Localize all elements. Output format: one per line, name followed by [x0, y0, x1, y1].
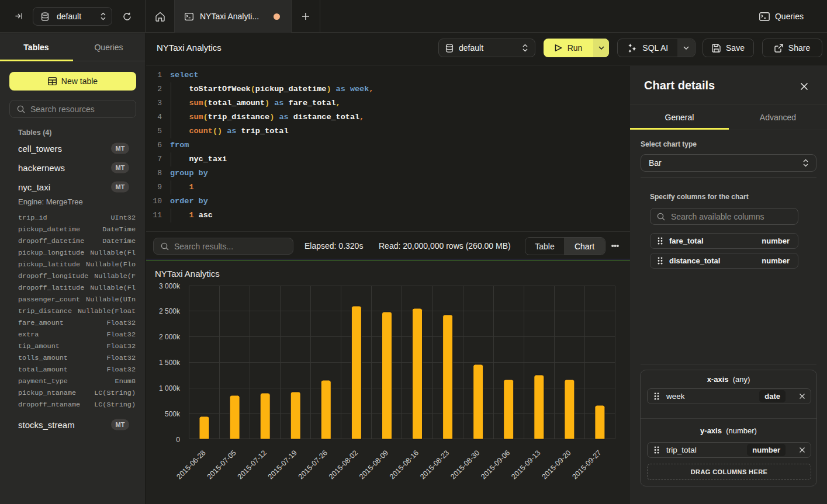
svg-text:2015-08-09: 2015-08-09 — [358, 449, 390, 481]
svg-text:2 500k: 2 500k — [159, 307, 181, 315]
svg-text:2015-08-23: 2015-08-23 — [418, 449, 451, 481]
svg-text:2015-08-30: 2015-08-30 — [449, 449, 481, 481]
svg-text:1 000k: 1 000k — [159, 384, 181, 392]
svg-text:0: 0 — [176, 436, 180, 444]
svg-text:2015-09-06: 2015-09-06 — [479, 449, 511, 481]
svg-text:3 000k: 3 000k — [159, 282, 181, 290]
svg-text:2015-07-05: 2015-07-05 — [206, 449, 238, 481]
svg-text:2015-07-12: 2015-07-12 — [236, 449, 268, 481]
svg-text:2015-09-27: 2015-09-27 — [570, 449, 603, 481]
svg-text:2015-08-16: 2015-08-16 — [388, 449, 420, 481]
svg-text:2015-07-26: 2015-07-26 — [297, 449, 329, 481]
svg-text:2015-09-13: 2015-09-13 — [510, 449, 542, 481]
svg-text:NYTaxi Analytics: NYTaxi Analytics — [155, 269, 220, 279]
svg-text:2015-06-28: 2015-06-28 — [175, 449, 207, 481]
svg-text:2015-09-20: 2015-09-20 — [540, 449, 572, 481]
svg-text:2015-08-02: 2015-08-02 — [327, 449, 359, 481]
svg-text:2015-07-19: 2015-07-19 — [267, 449, 299, 481]
svg-text:1 500k: 1 500k — [159, 359, 181, 367]
svg-text:500k: 500k — [165, 410, 181, 418]
svg-text:2 000k: 2 000k — [159, 333, 181, 341]
